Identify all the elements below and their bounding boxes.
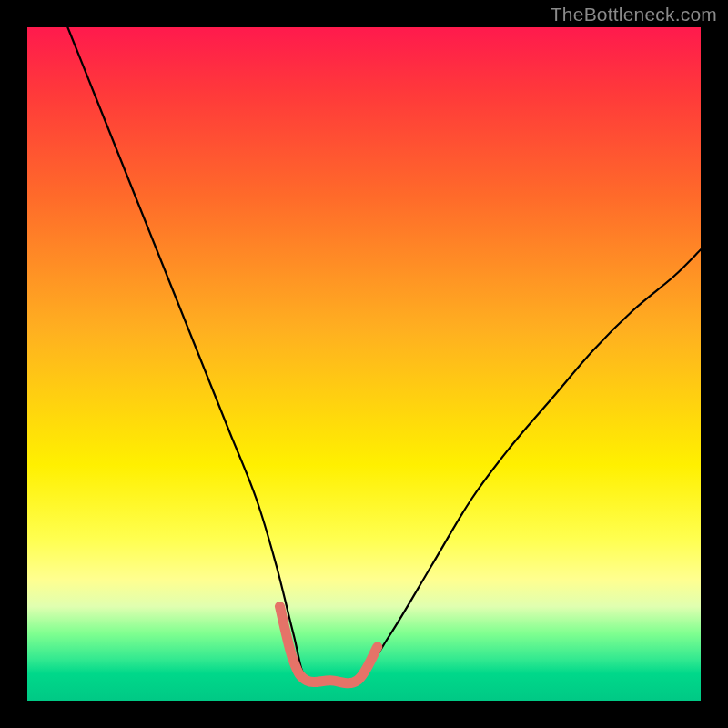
curve-svg bbox=[27, 27, 701, 701]
watermark-text: TheBottleneck.com bbox=[551, 4, 717, 25]
bottleneck-curve bbox=[67, 27, 701, 684]
chart-frame: TheBottleneck.com bbox=[0, 0, 728, 728]
bottleneck-highlight bbox=[280, 606, 378, 682]
plot-area bbox=[27, 27, 701, 701]
